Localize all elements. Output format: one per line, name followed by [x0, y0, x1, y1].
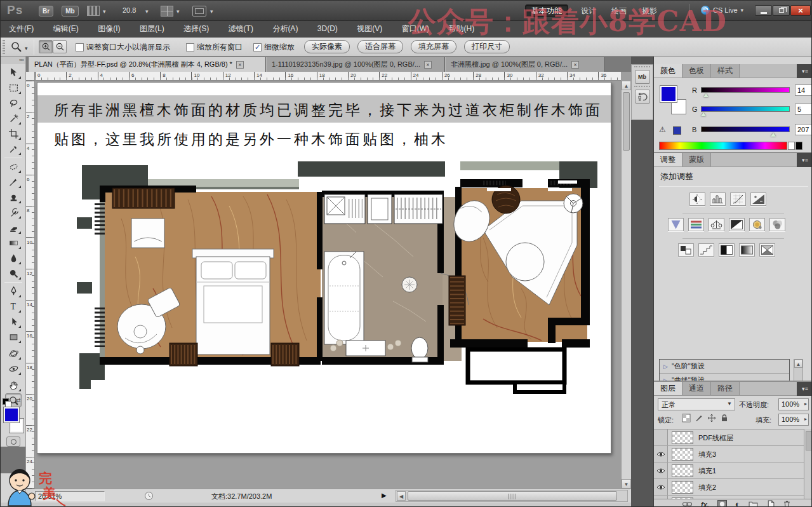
fit-screen-button[interactable]: 适合屏幕: [357, 40, 403, 53]
foreground-color-swatch[interactable]: [4, 407, 19, 422]
mini-bridge-panel-icon[interactable]: Mb: [635, 70, 650, 84]
swap-colors-icon[interactable]: ⇄: [16, 397, 21, 403]
color-spectrum-ramp[interactable]: [659, 142, 787, 150]
tool-rectangle-shape[interactable]: [5, 330, 22, 344]
tool-dodge[interactable]: [5, 266, 22, 280]
visibility-toggle[interactable]: [654, 446, 668, 462]
checkbox-box[interactable]: [186, 43, 194, 51]
tool-spot-healing-brush[interactable]: [5, 159, 22, 173]
menu-file[interactable]: 文件(F): [1, 21, 42, 37]
new-layer-icon[interactable]: [766, 500, 775, 507]
menu-3d[interactable]: 3D(D): [309, 21, 346, 37]
exposure-icon[interactable]: [750, 193, 766, 206]
tool-eyedropper[interactable]: [5, 142, 22, 156]
invert-icon[interactable]: [678, 243, 694, 257]
channel-mixer-icon[interactable]: [769, 218, 785, 231]
history-panel-icon[interactable]: [635, 90, 650, 104]
ruler-origin-corner[interactable]: [26, 72, 35, 81]
arrange-documents-dropdown-arrow[interactable]: ▾: [176, 8, 180, 15]
launch-bridge-button[interactable]: Br: [39, 6, 53, 17]
tool-path-selection[interactable]: [5, 314, 22, 328]
color-balance-icon[interactable]: [709, 218, 724, 231]
panel-menu-icon[interactable]: ▾≡: [797, 382, 812, 396]
gradient-map-icon[interactable]: [739, 243, 755, 257]
workspace-tab-design[interactable]: 设计: [575, 4, 602, 17]
layer-thumbnail[interactable]: [672, 481, 693, 494]
menu-layer[interactable]: 图层(L): [131, 21, 173, 37]
tools-collapse-chevron[interactable]: »»: [1, 57, 25, 64]
tool-move[interactable]: [5, 65, 22, 79]
tool-lasso[interactable]: [5, 96, 22, 110]
arrange-documents-icon[interactable]: [161, 6, 173, 17]
tool-brush[interactable]: [5, 175, 22, 189]
zoom-out-toggle[interactable]: [53, 40, 67, 53]
expander-triangle-icon[interactable]: ▷: [663, 363, 668, 370]
tool-type[interactable]: T: [5, 299, 22, 313]
checkbox-resize-windows-to-fit[interactable]: 调整窗口大小以满屏显示: [76, 42, 170, 53]
document-tab-ebony-jpg[interactable]: 非洲黑檀.jpg @ 100%(图层 0, RGB/... ×: [445, 57, 605, 72]
posterize-icon[interactable]: [698, 243, 714, 257]
layer-row-fill1[interactable]: 填充1: [654, 463, 812, 479]
red-value-field[interactable]: 14: [795, 84, 812, 96]
tool-gradient[interactable]: [5, 236, 22, 250]
screen-mode-dropdown-arrow[interactable]: ▾: [210, 8, 213, 15]
document-tab-jpg-1[interactable]: 1-11101923135n39.jpg @ 100%(图层 0, RGB/..…: [266, 57, 445, 72]
scroll-left-arrow[interactable]: ◀: [397, 491, 406, 501]
menu-image[interactable]: 图像(I): [90, 21, 128, 37]
tab-adjustments[interactable]: 调整: [654, 153, 682, 166]
tool-3d-rotate[interactable]: [5, 346, 22, 360]
status-menu-arrow[interactable]: ▶: [382, 492, 387, 499]
delete-layer-trash-icon[interactable]: [783, 500, 791, 507]
panel-foreground-swatch[interactable]: [660, 86, 677, 102]
tool-hand[interactable]: [5, 378, 22, 392]
photo-filter-icon[interactable]: [749, 218, 765, 231]
visibility-toggle[interactable]: [654, 479, 668, 495]
menu-help[interactable]: 帮助(H): [441, 21, 483, 37]
link-layers-icon[interactable]: [682, 501, 693, 507]
menu-view[interactable]: 视图(V): [349, 21, 390, 37]
checkbox-scrubby-zoom[interactable]: ✓ 细微缩放: [253, 42, 295, 53]
vibrance-icon[interactable]: [668, 218, 684, 231]
red-slider-marker[interactable]: [703, 93, 709, 97]
spinner-arrow-icon[interactable]: ▸: [804, 416, 807, 422]
quick-mask-button[interactable]: [6, 436, 20, 447]
black-white-icon[interactable]: [729, 218, 745, 231]
tab-swatches[interactable]: 色板: [682, 64, 711, 78]
layer-style-icon[interactable]: fx,: [701, 501, 709, 507]
menu-select[interactable]: 选择(S): [175, 21, 217, 37]
green-slider-marker[interactable]: [701, 112, 706, 116]
fill-screen-button[interactable]: 填充屏幕: [411, 40, 456, 53]
layer-thumbnail[interactable]: [672, 431, 693, 444]
visibility-toggle[interactable]: [654, 463, 668, 478]
launch-mini-bridge-button[interactable]: Mb: [62, 6, 79, 17]
menu-analysis[interactable]: 分析(A): [264, 21, 306, 37]
tool-crop[interactable]: [5, 126, 22, 140]
hue-saturation-icon[interactable]: [688, 218, 704, 231]
layer-row-fill3[interactable]: 填充3: [654, 446, 812, 463]
tab-channels[interactable]: 通道: [682, 382, 711, 395]
checkbox-zoom-all-windows[interactable]: 缩放所有窗口: [186, 42, 243, 53]
zoom-in-toggle[interactable]: [39, 40, 53, 53]
tool-3d-orbit[interactable]: [5, 362, 22, 375]
screen-mode-icon[interactable]: [192, 6, 206, 17]
red-slider[interactable]: [701, 87, 790, 93]
zoom-level-field[interactable]: 20.8: [123, 6, 136, 14]
layer-row-pdf-wireframe[interactable]: PDF线框层: [654, 429, 812, 446]
brightness-contrast-icon[interactable]: [689, 193, 705, 206]
menu-edit[interactable]: 编辑(E): [45, 21, 87, 37]
spinner-arrow-icon[interactable]: ▸: [804, 401, 807, 407]
horizontal-scrollbar[interactable]: ◀: [396, 490, 628, 502]
opacity-field[interactable]: 100%▸: [778, 398, 809, 410]
panel-menu-icon[interactable]: ▾≡: [797, 64, 812, 78]
workspace-tab-painting[interactable]: 绘画: [606, 4, 632, 17]
tool-blur[interactable]: [5, 251, 22, 265]
lock-position-icon[interactable]: [707, 414, 716, 422]
cs-live-button[interactable]: CS Live ▾: [701, 6, 743, 15]
lock-all-icon[interactable]: [720, 414, 729, 422]
print-size-button[interactable]: 打印尺寸: [464, 40, 510, 53]
blue-slider-marker[interactable]: [771, 133, 776, 137]
vertical-scrollbar[interactable]: ▲ ▼: [621, 81, 631, 489]
view-extras-dropdown-arrow[interactable]: ▾: [103, 8, 106, 15]
scroll-up-arrow[interactable]: ▲: [622, 81, 631, 90]
visibility-toggle[interactable]: [654, 429, 668, 445]
